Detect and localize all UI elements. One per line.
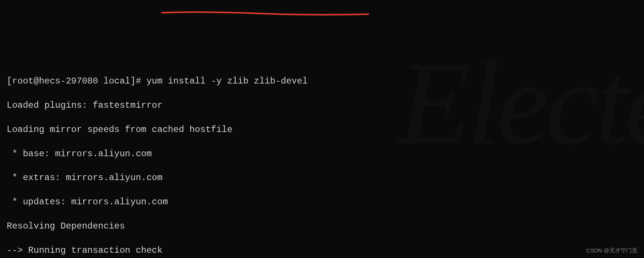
- annotation-underline: [161, 10, 370, 18]
- output-resolving: Resolving Dependencies: [7, 220, 637, 232]
- output-mirror-updates: * updates: mirrors.aliyun.com: [7, 196, 637, 208]
- output-running-check: --> Running transaction check: [7, 245, 637, 257]
- watermark-text: CSDN @天才守门员: [586, 247, 637, 254]
- shell-prompt: [root@hecs-297080 local]#: [7, 76, 146, 86]
- shell-command: yum install -y zlib zlib-devel: [146, 76, 307, 86]
- output-line: Loaded plugins: fastestmirror: [7, 100, 637, 111]
- output-mirror-extras: * extras: mirrors.aliyun.com: [7, 172, 637, 184]
- output-mirror-base: * base: mirrors.aliyun.com: [7, 148, 637, 160]
- command-line[interactable]: [root@hecs-297080 local]# yum install -y…: [7, 75, 637, 87]
- output-line: Loading mirror speeds from cached hostfi…: [7, 124, 637, 136]
